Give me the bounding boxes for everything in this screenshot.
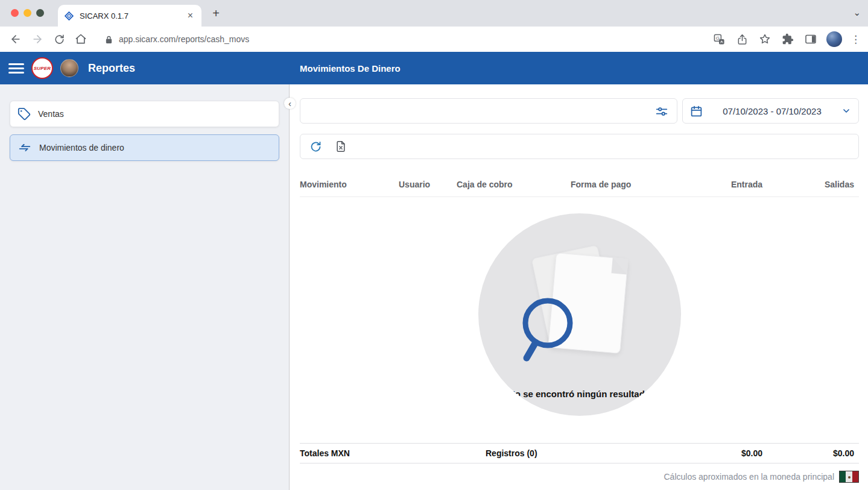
app-body: ‹ Ventas Movimientos de dinero	[0, 84, 868, 490]
footnote-text: Cálculos aproximados en la moneda princi…	[664, 472, 835, 482]
swap-arrows-icon	[17, 141, 32, 154]
column-header[interactable]: Usuario	[399, 180, 457, 189]
lock-icon[interactable]	[105, 35, 113, 44]
hamburger-menu-icon[interactable]	[8, 61, 24, 75]
totals-row: Totales MXN Registros (0) $0.00 $0.00	[300, 443, 859, 463]
magnifier-icon	[513, 298, 580, 367]
address-bar[interactable]: app.sicarx.com/reports/cash_movs	[105, 34, 712, 44]
column-header[interactable]: Entrada	[666, 180, 762, 189]
side-panel-icon[interactable]	[803, 32, 818, 46]
user-avatar[interactable]	[60, 59, 78, 77]
reload-icon[interactable]	[51, 31, 68, 48]
search-input[interactable]	[300, 99, 677, 123]
sidebar-item-label: Movimientos de dinero	[39, 143, 124, 152]
bookmark-star-icon[interactable]	[758, 32, 772, 46]
totals-registros: Registros (0)	[399, 448, 666, 458]
filter-sliders-icon[interactable]	[655, 105, 668, 118]
currency-footnote: Cálculos aproximados en la moneda princi…	[300, 463, 859, 490]
mexico-flag-icon	[839, 471, 859, 483]
column-header[interactable]: Salidas	[762, 180, 854, 189]
empty-message: No se encontró ningún resultado	[478, 389, 681, 399]
date-range-picker[interactable]: 07/10/2023 - 07/10/2023	[682, 98, 859, 124]
window-close-button[interactable]	[11, 9, 19, 17]
table-actions-bar	[300, 134, 859, 159]
forward-icon[interactable]	[29, 31, 46, 48]
profile-avatar[interactable]	[826, 31, 842, 47]
empty-results-area: No se encontró ningún resultado	[300, 197, 859, 443]
window-zoom-button[interactable]	[36, 9, 44, 17]
url-text[interactable]: app.sicarx.com/reports/cash_movs	[119, 34, 249, 44]
browser-tabstrip: SICARX 0.1.7 × + ⌄	[0, 0, 868, 27]
app-header-left: SUPER Reportes	[0, 52, 290, 84]
filter-row: 07/10/2023 - 07/10/2023	[300, 98, 859, 124]
tab-title: SICARX 0.1.7	[80, 11, 185, 20]
calendar-icon	[690, 105, 703, 118]
totals-entrada: $0.00	[666, 448, 762, 458]
sicarx-favicon-icon	[64, 11, 74, 21]
tab-search-chevron-icon[interactable]: ⌄	[853, 7, 861, 18]
export-excel-icon[interactable]	[331, 136, 351, 157]
new-tab-button[interactable]: +	[209, 7, 223, 21]
translate-icon[interactable]: G	[712, 32, 726, 46]
back-icon[interactable]	[7, 31, 24, 48]
browser-toolbar: app.sicarx.com/reports/cash_movs G ⋮	[0, 27, 868, 52]
tab-close-icon[interactable]: ×	[185, 10, 195, 22]
empty-state-illustration: No se encontró ningún resultado	[478, 213, 681, 416]
totals-salidas: $0.00	[762, 448, 854, 458]
sidebar-item-label: Ventas	[38, 109, 64, 119]
date-range-value: 07/10/2023 - 07/10/2023	[708, 106, 837, 116]
column-header[interactable]: Caja de cobro	[457, 180, 571, 189]
window-controls	[11, 9, 44, 17]
section-title: Movimientos De Dinero	[300, 63, 401, 74]
toolbar-right-icons: G ⋮	[712, 31, 861, 47]
totals-label: Totales MXN	[300, 448, 399, 458]
page-title: Reportes	[88, 62, 135, 75]
reports-sidebar: Ventas Movimientos de dinero	[0, 84, 290, 490]
share-icon[interactable]	[735, 32, 749, 46]
sidebar-item-movimientos[interactable]: Movimientos de dinero	[10, 134, 279, 161]
browser-menu-icon[interactable]: ⋮	[851, 33, 861, 46]
column-header[interactable]: Movimiento	[300, 180, 399, 189]
refresh-icon[interactable]	[305, 136, 326, 157]
table-header-row: Movimiento Usuario Caja de cobro Forma d…	[300, 172, 859, 197]
company-logo[interactable]: SUPER	[31, 57, 53, 79]
report-main: 07/10/2023 - 07/10/2023 Movimiento Usuar…	[290, 84, 868, 490]
extensions-puzzle-icon[interactable]	[781, 32, 795, 46]
browser-tab[interactable]: SICARX 0.1.7 ×	[58, 5, 201, 27]
column-header[interactable]: Forma de pago	[571, 180, 666, 189]
sidebar-item-ventas[interactable]: Ventas	[10, 101, 279, 127]
app-header: SUPER Reportes Movimientos De Dinero	[0, 52, 868, 84]
date-chevron-down-icon	[841, 106, 851, 116]
window-minimize-button[interactable]	[24, 9, 31, 17]
app-header-right: Movimientos De Dinero	[290, 52, 868, 84]
search-filter-box[interactable]	[300, 98, 677, 124]
home-icon[interactable]	[72, 31, 89, 48]
sell-tag-icon	[17, 107, 31, 121]
sidebar-collapse-icon[interactable]: ‹	[284, 98, 296, 109]
